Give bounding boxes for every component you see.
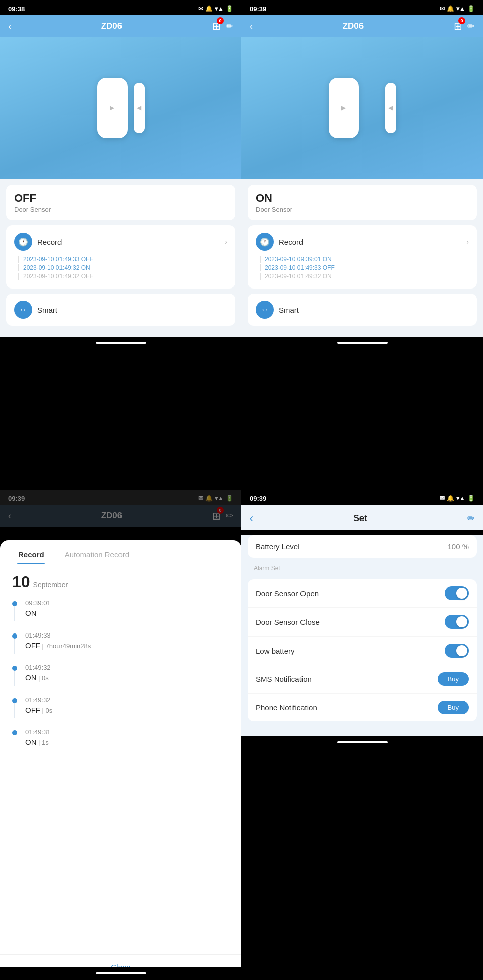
line-2 [14, 671, 15, 686]
low-battery-toggle[interactable] [445, 644, 469, 658]
door-main-2: ▶ [329, 78, 359, 138]
record-item-2-1: 2023-09-10 01:49:33 OFF [260, 264, 469, 271]
record-title-label-1[interactable]: Record [37, 238, 62, 246]
back-icon-4[interactable]: ‹ [250, 512, 253, 525]
door-sensor-2: ▶ ◀ [329, 78, 396, 138]
phone-panel-1: 09:38 ✉ 🔔 ▾▲ 🔋 ‹ ZD06 ⊞ 0 ✏ ▶ [0, 0, 241, 490]
wifi-icon: ▾▲ [215, 5, 224, 12]
door-open-label: Door Sensor Open [256, 589, 319, 598]
record-item-2-2: 2023-09-10 01:49:32 ON [260, 273, 469, 280]
notification-badge-wrap-2[interactable]: ⊞ 0 [454, 20, 462, 32]
bell-icon: 🔔 [205, 5, 213, 12]
dot-3 [12, 698, 17, 703]
record-arrow-2[interactable]: › [466, 238, 469, 246]
record-item-1-1: 2023-09-10 01:49:32 ON [18, 264, 227, 271]
smart-label-2: Smart [279, 306, 299, 314]
tab-record[interactable]: Record [8, 544, 54, 564]
phone-panel-2: 09:39 ✉ 🔔 ▾▲ 🔋 ‹ ZD06 ⊞ 0 ✏ ▶ [241, 0, 483, 490]
timeline-event-3: OFF | 0s [25, 706, 229, 714]
badge-count-2: 0 [458, 17, 465, 24]
record-card-1: 🕐 Record › 2023-09-10 01:49:33 OFF 2023-… [6, 225, 235, 289]
battery-value-4: 100 % [447, 542, 469, 551]
status-icons-2: ✉ 🔔 ▾▲ 🔋 [440, 5, 475, 12]
edit-icon-2[interactable]: ✏ [467, 21, 475, 32]
date-header-3: 10 September [0, 564, 241, 595]
phone-row: Phone Notification Buy [248, 694, 477, 721]
date-month-3: September [33, 581, 68, 589]
line-1 [14, 639, 15, 654]
content-area-2: ON Door Sensor 🕐 Record › 2023-09-10 09:… [241, 179, 483, 337]
timeline-event-4: ON | 1s [25, 738, 229, 746]
record-arrow-1[interactable]: › [225, 238, 227, 246]
timeline-event-2: ON | 0s [25, 673, 229, 682]
msg-icon: ✉ [198, 5, 203, 12]
timeline-content-3: 01:49:32 OFF | 0s [25, 696, 229, 718]
dot-col-3 [12, 696, 17, 718]
record-icon-1: 🕐 [14, 233, 32, 251]
door-main-1: ▶ [97, 78, 128, 138]
bell-icon-4: 🔔 [447, 495, 454, 502]
arrow-right-1: ▶ [110, 104, 114, 111]
title-2: ZD06 [253, 21, 454, 31]
smart-card-2[interactable]: ↔ Smart [248, 294, 477, 326]
smart-icon-1: ↔ [14, 301, 32, 319]
edit-icon-1[interactable]: ✏ [226, 21, 233, 32]
dot-col-2 [12, 664, 17, 686]
device-state-1: OFF [14, 192, 227, 205]
status-bar-1: 09:38 ✉ 🔔 ▾▲ 🔋 [0, 0, 241, 15]
sms-buy-button[interactable]: Buy [438, 672, 469, 686]
settings-header-4: ‹ Set ✏ [241, 505, 483, 530]
sms-label: SMS Notification [256, 675, 312, 683]
timeline-content-1: 01:49:33 OFF | 7hour49min28s [25, 631, 229, 654]
device-visual-1: ▶ ◀ [0, 37, 241, 179]
phone-buy-button[interactable]: Buy [438, 701, 469, 714]
record-card-2: 🕐 Record › 2023-09-10 09:39:01 ON 2023-0… [248, 225, 477, 289]
door-small-2: ◀ [385, 83, 396, 133]
status-card-2: ON Door Sensor [248, 185, 477, 220]
record-title-label-2[interactable]: Record [279, 238, 303, 246]
sms-row: SMS Notification Buy [248, 665, 477, 694]
smart-icon-2: ↔ [256, 301, 274, 319]
record-icon-2: 🕐 [256, 233, 274, 251]
line-3 [14, 703, 15, 718]
edit-icon-4[interactable]: ✏ [467, 513, 475, 524]
settings-title-4: Set [253, 513, 467, 524]
wifi-icon-2: ▾▲ [456, 5, 465, 12]
battery-card-4: Battery Level 100 % [248, 535, 477, 558]
home-bar-3 [96, 972, 146, 974]
timeline-item-3-4: 01:49:31 ON | 1s [12, 728, 229, 751]
timeline-content-0: 09:39:01 ON [25, 599, 229, 621]
alarm-card-4: Door Sensor Open Door Sensor Close Low b… [248, 579, 477, 721]
dot-4 [12, 730, 17, 735]
timeline-time-4: 01:49:31 [25, 728, 229, 736]
low-battery-label: Low battery [256, 647, 295, 655]
battery-row-4: Battery Level 100 % [248, 535, 477, 558]
record-item-1-2: 2023-09-10 01:49:32 OFF [18, 273, 227, 280]
device-type-2: Door Sensor [256, 206, 469, 213]
dot-2 [12, 666, 17, 671]
timeline-item-3-2: 01:49:32 ON | 0s [12, 664, 229, 686]
battery-icon-2: 🔋 [467, 5, 475, 12]
device-state-2: ON [256, 192, 469, 205]
battery-icon-4: 🔋 [467, 495, 475, 502]
door-open-toggle[interactable] [445, 586, 469, 600]
dot-col-0 [12, 599, 17, 621]
wifi-icon-4: ▾▲ [456, 495, 465, 502]
header-2: ‹ ZD06 ⊞ 0 ✏ [241, 15, 483, 37]
date-day-3: 10 [12, 572, 30, 591]
arrow-right-2: ▶ [341, 104, 346, 111]
tab-automation-record[interactable]: Automation Record [54, 544, 139, 564]
notification-badge-wrap-1[interactable]: ⊞ 0 [212, 20, 221, 32]
smart-card-1[interactable]: ↔ Smart [6, 294, 235, 326]
door-small-1: ◀ [134, 83, 145, 133]
time-2: 09:39 [250, 5, 266, 13]
dot-0 [12, 601, 17, 606]
timeline-3: 09:39:01 ON 01:49:33 OFF | 7hour49min28s [0, 595, 241, 765]
home-indicator-4 [241, 736, 483, 748]
device-type-1: Door Sensor [14, 206, 227, 213]
record-header-left-2: 🕐 Record [256, 233, 303, 251]
home-bar-2 [337, 342, 388, 344]
timeline-event-0: ON [25, 609, 229, 617]
door-close-toggle[interactable] [445, 615, 469, 629]
device-visual-2: ▶ ◀ [241, 37, 483, 179]
